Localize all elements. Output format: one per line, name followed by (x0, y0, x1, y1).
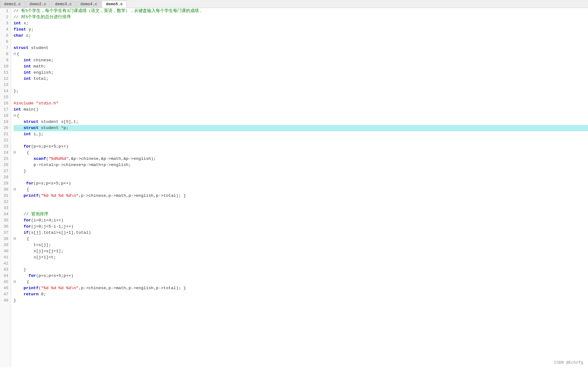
code-line-22 (14, 137, 588, 144)
watermark: CSDN @Echofg (554, 360, 583, 365)
line-number-46: 46 (2, 285, 8, 291)
code-line-10: int math; (14, 63, 588, 70)
code-line-23: for(p=s;p<s+5;p++) (14, 144, 588, 150)
code-line-8: ⊟{ (14, 51, 588, 57)
line-number-41: 41 (2, 254, 8, 261)
code-line-27: } (14, 168, 588, 174)
line-number-37: 37 (2, 230, 8, 236)
code-line-9: int chinese; (14, 57, 588, 63)
line-number-42: 42 (2, 261, 8, 267)
tab-demo1c[interactable]: demo1.c (0, 1, 25, 8)
line-number-28: 28 (2, 174, 8, 180)
line-number-5: 5 (2, 33, 8, 39)
code-line-18: ⊟{ (14, 113, 588, 119)
line-number-31: 31 (2, 193, 8, 199)
code-area: 1234567891011121314151617181920212223242… (0, 8, 588, 367)
code-line-40: s[j]=s[j+1]; (14, 248, 588, 254)
fold-icon[interactable]: ⊟ (14, 113, 16, 118)
code-line-2: // 对5个学生的总分进行排序 (14, 14, 588, 20)
code-line-45: ⊟ { (14, 279, 588, 285)
line-number-20: 20 (2, 125, 8, 131)
code-line-3: int x; (14, 20, 588, 26)
code-line-33 (14, 205, 588, 211)
line-number-9: 9 (2, 57, 8, 63)
line-number-19: 19 (2, 119, 8, 125)
code-line-16: #include "stdio.h" (14, 100, 588, 107)
line-number-3: 3 (2, 20, 8, 26)
code-line-30: ⊟ { (14, 187, 588, 193)
code-line-5: char z; (14, 33, 588, 39)
line-number-40: 40 (2, 248, 8, 254)
code-line-15 (14, 94, 588, 100)
line-number-26: 26 (2, 162, 8, 168)
code-line-41: s[j+1]=t; (14, 254, 588, 261)
line-number-16: 16 (2, 100, 8, 107)
line-number-14: 14 (2, 88, 8, 94)
code-line-12: int total; (14, 76, 588, 82)
line-number-8: 8 (2, 51, 8, 57)
code-line-31: printf("%d %d %d %d\n",p->chinese,p->mat… (14, 193, 588, 199)
fold-icon[interactable]: ⊟ (14, 237, 16, 241)
line-number-10: 10 (2, 63, 8, 70)
line-number-30: 30 (2, 187, 8, 193)
tab-demo4c[interactable]: demo4.c (76, 1, 101, 8)
code-line-39: t=s[j]; (14, 242, 588, 248)
line-number-29: 29 (2, 180, 8, 187)
line-number-1: 1 (2, 8, 8, 14)
code-line-38: ⊟ { (14, 236, 588, 242)
line-number-36: 36 (2, 224, 8, 230)
line-number-18: 18 (2, 113, 8, 119)
code-line-14: }; (14, 88, 588, 94)
line-number-11: 11 (2, 70, 8, 76)
line-number-32: 32 (2, 199, 8, 205)
code-line-28 (14, 174, 588, 180)
code-line-46: printf("%d %d %d %d\n",p->chinese,p->mat… (14, 285, 588, 291)
code-line-32 (14, 199, 588, 205)
code-line-42 (14, 261, 588, 267)
line-number-27: 27 (2, 168, 8, 174)
tabs-bar: demo1.cdemo2.cdemo3.cdemo4.cdemo5.c (0, 0, 588, 8)
fold-icon[interactable]: ⊟ (14, 150, 16, 155)
code-line-4: float y; (14, 26, 588, 33)
line-number-4: 4 (2, 26, 8, 33)
line-number-23: 23 (2, 144, 8, 150)
line-number-24: 24 (2, 150, 8, 156)
tab-demo2c[interactable]: demo2.c (26, 1, 51, 8)
line-number-45: 45 (2, 279, 8, 285)
line-number-21: 21 (2, 131, 8, 137)
line-number-44: 44 (2, 273, 8, 279)
code-line-47: return 0; (14, 291, 588, 297)
code-line-34: // 冒泡排序 (14, 211, 588, 217)
code-line-25: scanf("%d%d%d",&p->chinese,&p->math,&p->… (14, 156, 588, 162)
fold-icon[interactable]: ⊟ (14, 52, 16, 56)
line-number-38: 38 (2, 236, 8, 242)
line-numbers: 1234567891011121314151617181920212223242… (0, 8, 11, 367)
tab-demo5c[interactable]: demo5.c (102, 1, 127, 8)
code-line-6 (14, 39, 588, 45)
tab-demo3c[interactable]: demo3.c (51, 1, 76, 8)
code-line-17: int main() (14, 107, 588, 113)
code-line-11: int english; (14, 70, 588, 76)
line-number-35: 35 (2, 217, 8, 224)
code-line-48: } (14, 297, 588, 304)
line-number-43: 43 (2, 267, 8, 273)
line-number-6: 6 (2, 39, 8, 45)
line-number-2: 2 (2, 14, 8, 20)
code-line-1: // 有5个学生，每个学生有3门课成绩（语文，英语，数学），从键盘输入每个学生每… (14, 8, 588, 14)
line-number-17: 17 (2, 107, 8, 113)
code-line-21: int i,j; (14, 131, 588, 137)
code-line-35: for(i=0;i<4;i++) (14, 217, 588, 224)
fold-icon[interactable]: ⊟ (14, 280, 16, 284)
code-line-43: } (14, 267, 588, 273)
fold-icon[interactable]: ⊟ (14, 187, 16, 192)
code-line-24: ⊟ { (14, 150, 588, 156)
code-line-29: for(p=s;p<s+5;p++) (14, 180, 588, 187)
line-number-39: 39 (2, 242, 8, 248)
code-line-7: struct student (14, 45, 588, 51)
line-number-13: 13 (2, 82, 8, 88)
code-line-13 (14, 82, 588, 88)
line-number-33: 33 (2, 205, 8, 211)
code-line-37: if(s[j].total>s[j+1].total) (14, 230, 588, 236)
line-number-47: 47 (2, 291, 8, 297)
code-line-44: for(p=s;p<s+5;p++) (14, 273, 588, 279)
